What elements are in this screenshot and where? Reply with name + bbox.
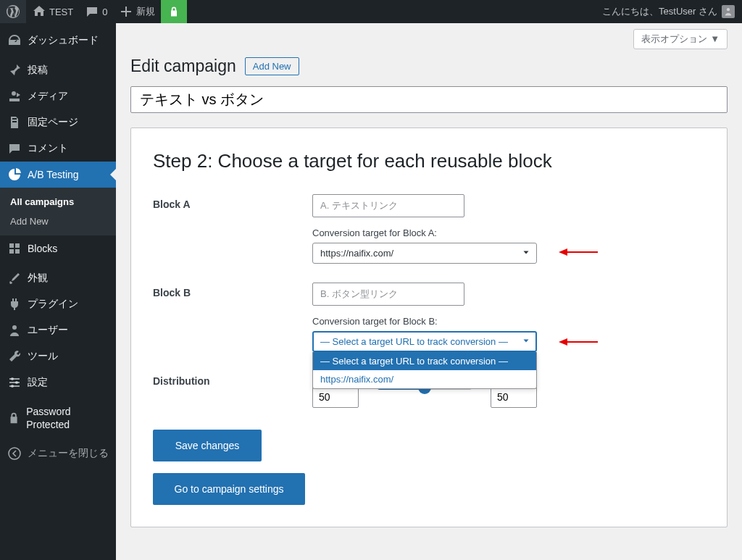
menu-settings[interactable]: 設定 (0, 369, 116, 396)
annotation-arrow (559, 337, 598, 349)
menu-blocks-label: Blocks (28, 243, 57, 254)
svg-rect-4 (15, 249, 20, 254)
dropdown-option-url[interactable]: https://naifix.com/ (313, 370, 536, 388)
brush-icon (7, 271, 22, 285)
svg-rect-2 (15, 243, 20, 248)
svg-point-0 (727, 8, 730, 11)
dist-a-input[interactable] (312, 386, 359, 408)
menu-appearance[interactable]: 外観 (0, 265, 116, 291)
plug-icon (7, 297, 22, 312)
dist-b-input[interactable] (491, 386, 537, 408)
block-a-row: Block A A. テキストリンク Conversion target for… (153, 194, 705, 264)
submenu-add-new[interactable]: Add New (0, 212, 116, 231)
menu-tools[interactable]: ツール (0, 343, 116, 369)
menu-comments[interactable]: コメント (0, 135, 116, 162)
svg-rect-1 (9, 243, 14, 248)
greeting-text: こんにちは、TestUser さん (602, 5, 717, 18)
pin-icon (7, 63, 22, 78)
person-icon (723, 7, 733, 17)
chart-icon (7, 167, 22, 182)
menu-tools-label: ツール (28, 350, 58, 363)
campaign-title-input[interactable] (130, 86, 728, 113)
caret-down-icon: ▼ (710, 33, 720, 44)
menu-appearance-label: 外観 (28, 272, 48, 285)
comments-link[interactable]: 0 (79, 0, 113, 23)
dropdown-option-placeholder[interactable]: — Select a target URL to track conversio… (313, 352, 536, 370)
block-a-target-label: Conversion target for Block A: (312, 227, 705, 238)
svg-point-12 (9, 448, 20, 459)
menu-ab-testing[interactable]: A/B Testing (0, 162, 116, 188)
block-a-name-display: A. テキストリンク (312, 194, 464, 217)
svg-point-5 (12, 325, 17, 330)
password-protected-indicator[interactable] (161, 0, 187, 23)
svg-marker-16 (559, 338, 567, 346)
plus-icon (119, 4, 133, 19)
screen-options-button[interactable]: 表示オプション▼ (633, 29, 728, 49)
panel-heading: Step 2: Choose a target for each reusabl… (153, 150, 705, 172)
block-a-target-select[interactable]: https://naifix.com/ (312, 243, 537, 264)
settings-icon (7, 375, 22, 390)
new-content-link[interactable]: 新規 (113, 0, 161, 23)
block-b-dropdown-list: — Select a target URL to track conversio… (312, 352, 537, 389)
block-b-name-display: B. ボタン型リンク (312, 283, 464, 306)
ab-testing-submenu: All campaigns Add New (0, 188, 116, 235)
menu-ab-testing-label: A/B Testing (28, 169, 79, 180)
wrench-icon (7, 349, 22, 364)
admin-sidebar: ダッシュボード 投稿 メディア 固定ページ コメント A/B Testing A… (0, 23, 116, 560)
add-new-button[interactable]: Add New (245, 57, 299, 75)
admin-bar: TEST 0 新規 こんにちは、TestUser さん (0, 0, 742, 23)
wordpress-icon (6, 4, 20, 19)
distribution-label: Distribution (153, 371, 312, 408)
block-b-label: Block B (153, 283, 312, 352)
page-icon (7, 115, 22, 130)
goto-campaign-settings-button[interactable]: Go to campaign settings (153, 473, 305, 505)
dashboard-icon (7, 33, 22, 48)
media-icon (7, 89, 22, 104)
menu-plugins[interactable]: プラグイン (0, 291, 116, 317)
campaign-panel: Step 2: Choose a target for each reusabl… (130, 128, 728, 527)
svg-rect-3 (9, 249, 14, 254)
annotation-arrow (559, 247, 598, 259)
site-name-text: TEST (49, 7, 73, 17)
user-icon (7, 323, 22, 338)
menu-collapse[interactable]: メニューを閉じる (0, 440, 116, 467)
menu-posts-label: 投稿 (28, 64, 48, 77)
new-content-label: 新規 (136, 5, 155, 18)
avatar (722, 5, 735, 18)
menu-comments-label: コメント (28, 142, 68, 155)
svg-marker-14 (559, 248, 567, 256)
user-greeting[interactable]: こんにちは、TestUser さん (602, 0, 742, 23)
menu-users[interactable]: ユーザー (0, 317, 116, 343)
svg-point-9 (11, 377, 14, 380)
menu-users-label: ユーザー (28, 324, 68, 337)
menu-pages-label: 固定ページ (28, 116, 78, 129)
menu-dashboard[interactable]: ダッシュボード (0, 28, 116, 54)
menu-collapse-label: メニューを閉じる (28, 447, 109, 460)
block-a-label: Block A (153, 194, 312, 264)
menu-blocks[interactable]: Blocks (0, 235, 116, 262)
lock-icon (7, 411, 20, 425)
block-b-target-select[interactable]: — Select a target URL to track conversio… (312, 331, 537, 352)
comments-count: 0 (102, 7, 107, 17)
menu-media[interactable]: メディア (0, 83, 116, 109)
wp-logo[interactable] (0, 0, 26, 23)
menu-password-protected[interactable]: Password Protected (0, 399, 116, 437)
menu-password-protected-label: Password Protected (26, 405, 109, 431)
menu-media-label: メディア (28, 90, 68, 103)
menu-pages[interactable]: 固定ページ (0, 109, 116, 135)
comments-icon (85, 4, 99, 19)
menu-dashboard-label: ダッシュボード (28, 34, 99, 47)
screen-options-label: 表示オプション (641, 33, 707, 44)
menu-posts[interactable]: 投稿 (0, 57, 116, 83)
submenu-all-campaigns[interactable]: All campaigns (0, 192, 116, 212)
save-changes-button[interactable]: Save changes (153, 430, 262, 461)
main-content: 表示オプション▼ Edit campaign Add New Step 2: C… (116, 23, 742, 560)
comment-icon (7, 141, 22, 156)
site-name-link[interactable]: TEST (26, 0, 79, 23)
collapse-icon (7, 446, 22, 461)
page-title: Edit campaign (130, 57, 236, 76)
menu-settings-label: 設定 (28, 376, 48, 389)
block-b-target-label: Conversion target for Block B: (312, 316, 705, 327)
blocks-icon (7, 241, 22, 256)
svg-point-11 (11, 385, 14, 388)
